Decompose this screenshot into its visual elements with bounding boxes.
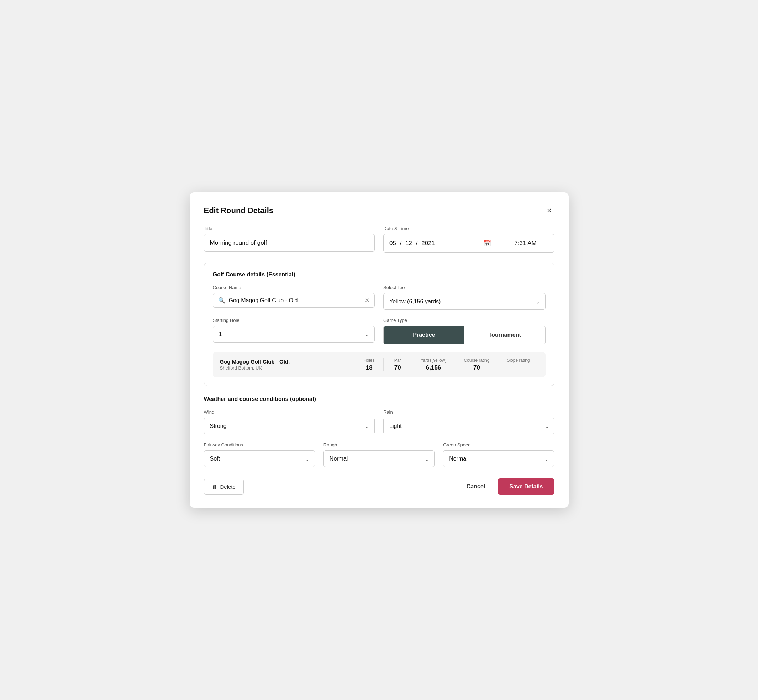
- course-name-input[interactable]: [229, 297, 362, 304]
- practice-button[interactable]: Practice: [384, 326, 464, 344]
- golf-course-section: Golf Course details (Essential) Course N…: [204, 262, 554, 386]
- rain-group: Rain NoneLightModerateHeavy ⌄: [383, 409, 554, 434]
- rain-label: Rain: [383, 409, 554, 415]
- golf-course-title: Golf Course details (Essential): [213, 271, 545, 278]
- par-value: 70: [394, 364, 401, 371]
- title-label: Title: [204, 226, 375, 231]
- wind-group: Wind NoneLightModerateStrong ⌄: [204, 409, 375, 434]
- green-speed-wrap[interactable]: SlowNormalFast ⌄: [443, 450, 554, 467]
- rough-label: Rough: [324, 442, 434, 447]
- fairway-group: Fairway Conditions SoftNormalHard ⌄: [204, 442, 315, 467]
- course-rating-label: Course rating: [464, 358, 489, 363]
- close-button[interactable]: ×: [544, 205, 554, 216]
- search-icon: 🔍: [218, 297, 225, 304]
- date-day: 12: [405, 240, 412, 247]
- top-row: Title Date & Time 05 / 12 / 2021 📅 7:31 …: [204, 226, 554, 253]
- delete-button[interactable]: 🗑 Delete: [204, 479, 244, 495]
- weather-section: Weather and course conditions (optional)…: [204, 396, 554, 467]
- par-stat: Par 70: [383, 358, 412, 371]
- rough-select[interactable]: SoftNormalHard: [324, 451, 434, 467]
- datetime-field-group: Date & Time 05 / 12 / 2021 📅 7:31 AM: [383, 226, 554, 253]
- fairway-wrap[interactable]: SoftNormalHard ⌄: [204, 450, 315, 467]
- datetime-row: 05 / 12 / 2021 📅 7:31 AM: [383, 234, 554, 253]
- rain-wrap[interactable]: NoneLightModerateHeavy ⌄: [383, 417, 554, 434]
- yards-stat: Yards(Yellow) 6,156: [412, 358, 455, 371]
- course-name-group: Course Name 🔍 ✕: [213, 285, 375, 310]
- rough-wrap[interactable]: SoftNormalHard ⌄: [324, 450, 434, 467]
- save-button[interactable]: Save Details: [498, 478, 554, 495]
- course-name-bold: Gog Magog Golf Club - Old,: [220, 359, 355, 364]
- yards-value: 6,156: [426, 364, 441, 371]
- fairway-select[interactable]: SoftNormalHard: [204, 451, 315, 467]
- trash-icon: 🗑: [212, 484, 218, 490]
- wind-label: Wind: [204, 409, 375, 415]
- par-label: Par: [394, 358, 401, 363]
- clear-course-icon[interactable]: ✕: [365, 297, 370, 304]
- slope-rating-stat: Slope rating -: [498, 358, 538, 371]
- starting-hole-input[interactable]: 1234 5678 910: [213, 326, 375, 342]
- title-field-group: Title: [204, 226, 375, 253]
- datetime-label: Date & Time: [383, 226, 554, 231]
- edit-round-modal: Edit Round Details × Title Date & Time 0…: [190, 192, 568, 508]
- date-sep2: /: [414, 240, 419, 247]
- course-name-tee-row: Course Name 🔍 ✕ Select Tee Yellow (6,156…: [213, 285, 545, 310]
- holes-stat: Holes 18: [355, 358, 383, 371]
- delete-label: Delete: [220, 484, 236, 490]
- yards-label: Yards(Yellow): [421, 358, 446, 363]
- time-part[interactable]: 7:31 AM: [497, 234, 554, 252]
- fairway-label: Fairway Conditions: [204, 442, 315, 447]
- conditions-row: Fairway Conditions SoftNormalHard ⌄ Roug…: [204, 442, 554, 467]
- slope-rating-value: -: [517, 364, 520, 371]
- green-speed-select[interactable]: SlowNormalFast: [443, 451, 554, 467]
- select-tee-group: Select Tee Yellow (6,156 yards) White (6…: [383, 285, 545, 310]
- title-input[interactable]: [204, 234, 375, 252]
- modal-footer: 🗑 Delete Cancel Save Details: [204, 478, 554, 495]
- date-sep1: /: [398, 240, 403, 247]
- date-month: 05: [389, 240, 396, 247]
- select-tee-input[interactable]: Yellow (6,156 yards) White (6,500 yards)…: [384, 294, 545, 309]
- calendar-icon[interactable]: 📅: [483, 239, 491, 247]
- cancel-button[interactable]: Cancel: [459, 479, 492, 494]
- modal-header: Edit Round Details ×: [204, 205, 554, 216]
- starting-hole-label: Starting Hole: [213, 318, 375, 323]
- game-type-label: Game Type: [383, 318, 545, 323]
- modal-title: Edit Round Details: [204, 206, 274, 215]
- holes-value: 18: [366, 364, 373, 371]
- select-tee-label: Select Tee: [383, 285, 545, 290]
- game-type-group: Game Type Practice Tournament: [383, 318, 545, 344]
- holes-label: Holes: [364, 358, 375, 363]
- wind-rain-row: Wind NoneLightModerateStrong ⌄ Rain None…: [204, 409, 554, 434]
- wind-wrap[interactable]: NoneLightModerateStrong ⌄: [204, 417, 375, 434]
- course-location: Shelford Bottom, UK: [220, 365, 355, 370]
- green-speed-group: Green Speed SlowNormalFast ⌄: [443, 442, 554, 467]
- course-name-label: Course Name: [213, 285, 375, 290]
- rain-select[interactable]: NoneLightModerateHeavy: [384, 418, 554, 434]
- game-type-toggle: Practice Tournament: [383, 326, 545, 344]
- course-info-row: Gog Magog Golf Club - Old, Shelford Bott…: [213, 352, 545, 377]
- weather-title: Weather and course conditions (optional): [204, 396, 554, 402]
- green-speed-label: Green Speed: [443, 442, 554, 447]
- starting-hole-wrap[interactable]: 1234 5678 910 ⌄: [213, 326, 375, 342]
- course-info-name: Gog Magog Golf Club - Old, Shelford Bott…: [220, 359, 355, 370]
- slope-rating-label: Slope rating: [507, 358, 529, 363]
- course-rating-value: 70: [473, 364, 480, 371]
- course-name-input-wrap[interactable]: 🔍 ✕: [213, 293, 375, 308]
- rough-group: Rough SoftNormalHard ⌄: [324, 442, 434, 467]
- starting-hole-gametype-row: Starting Hole 1234 5678 910 ⌄ Game Type …: [213, 318, 545, 344]
- date-part[interactable]: 05 / 12 / 2021 📅: [384, 234, 497, 252]
- tournament-button[interactable]: Tournament: [464, 326, 545, 344]
- date-year: 2021: [421, 240, 435, 247]
- time-value: 7:31 AM: [514, 240, 536, 247]
- wind-select[interactable]: NoneLightModerateStrong: [204, 418, 375, 434]
- select-tee-wrap[interactable]: Yellow (6,156 yards) White (6,500 yards)…: [383, 293, 545, 310]
- starting-hole-group: Starting Hole 1234 5678 910 ⌄: [213, 318, 375, 344]
- course-rating-stat: Course rating 70: [455, 358, 498, 371]
